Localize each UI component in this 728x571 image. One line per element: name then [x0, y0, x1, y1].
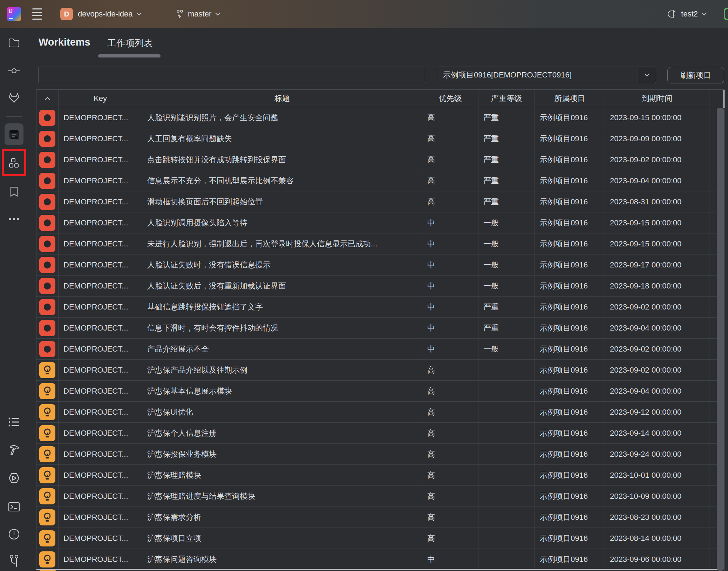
- row-due: 2023-09-02 00:00:00: [605, 297, 709, 317]
- table-row[interactable]: DEMOPROJECT... 信息展示不充分，不同机型展示比例不兼容 高 严重 …: [36, 170, 724, 191]
- row-severity: [478, 402, 535, 422]
- row-key: DEMOPROJECT...: [59, 486, 142, 507]
- row-priority: 中: [422, 233, 478, 254]
- column-header-severity[interactable]: 严重等级: [478, 90, 535, 107]
- sidebar-item-build[interactable]: [5, 441, 23, 459]
- row-priority: 高: [422, 170, 478, 191]
- sidebar-item-commit[interactable]: [5, 62, 23, 80]
- column-header-expander[interactable]: [36, 90, 59, 107]
- project-selector[interactable]: devops-ide-idea: [78, 0, 142, 28]
- lightbulb-icon: [42, 470, 53, 481]
- row-project: 示例项目0916: [535, 402, 605, 422]
- table-row[interactable]: DEMOPROJECT... 信息下滑时，有时会有控件抖动的情况 中 严重 示例…: [36, 318, 724, 339]
- table-row[interactable]: DEMOPROJECT... 滑动框切换页面后不回到起始位置 高 严重 示例项目…: [36, 191, 724, 212]
- project-dropdown[interactable]: 示例项目0916[DEMOPROJECT0916]: [437, 67, 656, 83]
- row-priority: 高: [422, 191, 478, 212]
- run-button-partial-icon[interactable]: [724, 8, 728, 20]
- table-row[interactable]: DEMOPROJECT... 沪惠保理赔模块 高 示例项目0916 2023-1…: [36, 465, 724, 486]
- row-severity: [478, 423, 535, 443]
- table-row[interactable]: DEMOPROJECT... 沪惠保投保业务模块 高 示例项目0916 2023…: [36, 444, 724, 465]
- row-project: 示例项目0916: [535, 444, 605, 464]
- row-due: 2023-09-02 00:00:00: [605, 360, 709, 380]
- filter-input[interactable]: [38, 67, 425, 83]
- column-header-key[interactable]: Key: [59, 90, 142, 107]
- workitem-type-icon: [39, 194, 55, 210]
- column-header-title[interactable]: 标题: [142, 90, 422, 107]
- row-project: 示例项目0916: [535, 318, 605, 338]
- sidebar-item-services[interactable]: [5, 469, 23, 487]
- table-row[interactable]: DEMOPROJECT... 沪惠保Ui优化 高 示例项目0916 2023-0…: [36, 402, 724, 423]
- sidebar-item-project-folder[interactable]: [5, 34, 23, 52]
- table-row[interactable]: DEMOPROJECT... 沪惠保产品介绍以及往期示例 高 示例项目0916 …: [36, 360, 724, 381]
- column-header-gutter: [709, 90, 724, 107]
- sidebar-item-gitlab[interactable]: [5, 89, 23, 107]
- table-row[interactable]: DEMOPROJECT... 未进行人脸识别，强制退出后，再次登录时投保人信息显…: [36, 233, 724, 254]
- column-header-priority[interactable]: 优先级: [422, 90, 478, 107]
- table-row[interactable]: DEMOPROJECT... 基础信息跳转投保按钮遮挡了文字 中 严重 示例项目…: [36, 297, 724, 318]
- row-priority: 中: [422, 339, 478, 359]
- left-tool-window-bar: [0, 28, 28, 571]
- sidebar-item-structure[interactable]: [5, 154, 23, 172]
- table-row[interactable]: DEMOPROJECT... 沪惠保项目立项 高 示例项目0916 2023-0…: [36, 528, 724, 549]
- table-row[interactable]: DEMOPROJECT... 人脸认证失败后，没有重新加载认证界面 中 一般 示…: [36, 276, 724, 297]
- git-branch-icon: [175, 9, 184, 19]
- workitem-type-icon: [39, 446, 55, 462]
- row-type-cell: [36, 170, 59, 191]
- row-key: DEMOPROJECT...: [59, 233, 142, 254]
- table-row[interactable]: DEMOPROJECT... 点击跳转按钮并没有成功跳转到投保界面 高 严重 示…: [36, 149, 724, 170]
- workitem-type-icon: [39, 488, 55, 504]
- row-type-cell: [36, 507, 59, 528]
- row-priority: 高: [422, 507, 478, 528]
- column-header-due[interactable]: 到期时间: [605, 90, 709, 107]
- branch-selector[interactable]: master: [175, 0, 220, 28]
- tab-workitem-list[interactable]: 工作项列表: [107, 37, 153, 49]
- row-due: 2023-10-01 00:00:00: [605, 465, 709, 485]
- row-project: 示例项目0916: [535, 191, 605, 212]
- table-row[interactable]: DEMOPROJECT... 沪惠保问题咨询模块 中 示例项目0916 2023…: [36, 549, 724, 570]
- row-type-cell: [36, 381, 59, 401]
- row-priority: 高: [422, 128, 478, 149]
- table-body: DEMOPROJECT... 人脸识别能识别照片，会产生安全问题 高 严重 示例…: [36, 107, 724, 570]
- row-title: 未进行人脸识别，强制退出后，再次登录时投保人信息显示已成功...: [142, 233, 422, 254]
- row-priority: 高: [422, 423, 478, 443]
- row-project: 示例项目0916: [535, 339, 605, 359]
- workitem-type-icon: [39, 341, 55, 357]
- intellij-logo-icon[interactable]: IJ: [7, 7, 21, 21]
- horizontal-scrollbar[interactable]: [36, 569, 717, 570]
- refresh-project-button[interactable]: 刷新项目: [667, 67, 724, 83]
- table-row[interactable]: DEMOPROJECT... 沪惠保需求分析 高 示例项目0916 2023-0…: [36, 507, 724, 528]
- sidebar-item-more[interactable]: [5, 210, 23, 228]
- row-key: DEMOPROJECT...: [59, 128, 142, 149]
- row-key: DEMOPROJECT...: [59, 318, 142, 338]
- row-priority: 中: [422, 318, 478, 338]
- column-header-project[interactable]: 所属项目: [535, 90, 605, 107]
- sidebar-item-bookmarks[interactable]: [5, 183, 23, 201]
- vertical-scrollbar[interactable]: [717, 108, 724, 571]
- project-avatar[interactable]: D: [60, 8, 73, 20]
- sidebar-item-git[interactable]: [5, 552, 23, 570]
- sidebar-item-problems[interactable]: [5, 525, 23, 543]
- run-configuration-selector[interactable]: test2: [667, 0, 707, 28]
- row-type-cell: [36, 486, 59, 507]
- table-row[interactable]: DEMOPROJECT... 产品介绍展示不全 中 一般 示例项目0916 20…: [36, 339, 724, 360]
- row-priority: 高: [422, 402, 478, 422]
- table-row[interactable]: DEMOPROJECT... 人工回复有概率问题缺失 高 严重 示例项目0916…: [36, 128, 724, 149]
- row-key: DEMOPROJECT...: [59, 465, 142, 485]
- row-priority: 中: [422, 254, 478, 275]
- table-row[interactable]: DEMOPROJECT... 沪惠保基本信息展示模块 高 示例项目0916 20…: [36, 381, 724, 402]
- table-row[interactable]: DEMOPROJECT... 沪惠保理赔进度与结果查询模块 高 示例项目0916…: [36, 486, 724, 507]
- sidebar-item-workitems[interactable]: [5, 125, 23, 143]
- row-severity: 一般: [478, 339, 535, 359]
- row-due: 2023-10-09 00:00:00: [605, 486, 709, 507]
- sidebar-item-todo[interactable]: [5, 413, 23, 431]
- table-row[interactable]: DEMOPROJECT... 沪惠保个人信息注册 高 示例项目0916 2023…: [36, 423, 724, 444]
- main-menu-icon[interactable]: [32, 8, 42, 20]
- workitem-type-icon: [39, 362, 55, 378]
- chevron-down-icon: [136, 12, 142, 16]
- table-row[interactable]: DEMOPROJECT... 人脸认证失败时，没有错误信息提示 中 一般 示例项…: [36, 254, 724, 276]
- row-priority: 高: [422, 381, 478, 401]
- table-row[interactable]: DEMOPROJECT... 人脸识别调用摄像头陷入等待 中 一般 示例项目09…: [36, 212, 724, 233]
- table-row[interactable]: DEMOPROJECT... 人脸识别能识别照片，会产生安全问题 高 严重 示例…: [36, 107, 724, 128]
- row-key: DEMOPROJECT...: [59, 381, 142, 401]
- sidebar-item-terminal[interactable]: [5, 498, 23, 516]
